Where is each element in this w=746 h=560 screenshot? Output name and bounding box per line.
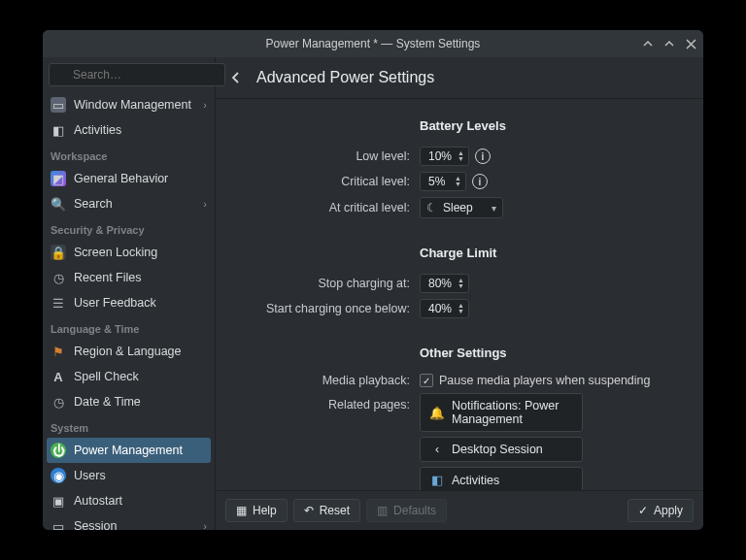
help-button[interactable]: ▦ Help — [225, 499, 288, 522]
info-icon[interactable]: i — [472, 174, 488, 189]
related-desktop-session-button[interactable]: ‹ Desktop Session — [420, 437, 583, 462]
spin-arrows-icon[interactable]: ▲▼ — [455, 176, 461, 187]
defaults-icon: ▥ — [377, 504, 388, 517]
chevron-down-icon: ▾ — [492, 203, 496, 214]
bell-icon: 🔔 — [430, 406, 444, 420]
help-icon: ▦ — [236, 504, 247, 517]
media-playback-text: Pause media players when suspending — [439, 374, 651, 387]
sidebar-item-users[interactable]: ◉ Users — [43, 463, 215, 488]
critical-level-label: Critical level: — [235, 175, 420, 188]
sidebar-item-region-language[interactable]: ⚑ Region & Language — [43, 339, 215, 364]
activities-icon: ◧ — [430, 473, 444, 487]
spin-arrows-icon[interactable]: ▲▼ — [458, 278, 464, 289]
media-playback-checkbox[interactable]: ✓ — [420, 374, 433, 387]
sidebar-item-spell-check[interactable]: A Spell Check — [43, 364, 215, 389]
content-area: Advanced Power Settings Battery Levels L… — [216, 57, 703, 530]
flag-icon: ⚑ — [51, 344, 66, 359]
critical-level-spinbox[interactable]: 5% ▲▼ — [420, 172, 466, 191]
lock-icon: 🔒 — [51, 245, 66, 260]
sidebar-item-power-management[interactable]: ⏻ Power Management — [47, 438, 211, 463]
group-system: System — [43, 414, 215, 438]
sidebar-item-search[interactable]: 🔍 Search › — [43, 191, 215, 216]
titlebar: Power Management * — System Settings — [43, 30, 703, 57]
chevron-right-icon: › — [203, 99, 207, 111]
sidebar-item-activities[interactable]: ◧ Activities — [43, 117, 215, 143]
undo-icon: ↶ — [304, 504, 314, 517]
search-input[interactable] — [49, 63, 225, 86]
autostart-icon: ▣ — [51, 493, 66, 509]
start-charging-label: Start charging once below: — [235, 302, 420, 315]
start-charging-spinbox[interactable]: 40% ▲▼ — [420, 299, 469, 318]
section-charge-limit: Charge Limit — [420, 246, 684, 260]
chevron-right-icon: › — [203, 520, 207, 530]
spin-arrows-icon[interactable]: ▲▼ — [458, 303, 464, 314]
at-critical-combo[interactable]: ☾ Sleep ▾ — [420, 197, 503, 218]
low-level-label: Low level: — [235, 149, 420, 163]
section-battery-levels: Battery Levels — [420, 118, 684, 133]
sidebar-item-recent-files[interactable]: ◷ Recent Files — [43, 265, 215, 290]
clock-icon: ◷ — [51, 270, 66, 285]
page-title: Advanced Power Settings — [256, 69, 434, 86]
footer: ▦ Help ↶ Reset ▥ Defaults ✓ Apply — [216, 490, 703, 530]
sleep-icon: ☾ — [426, 201, 437, 214]
settings-window: Power Management * — System Settings — [43, 30, 703, 530]
power-icon: ⏻ — [51, 443, 66, 458]
user-icon: ◉ — [51, 468, 66, 483]
low-level-spinbox[interactable]: 10% ▲▼ — [420, 147, 469, 166]
related-notifications-button[interactable]: 🔔 Notifications: Power Management — [420, 393, 583, 432]
related-activities-button[interactable]: ◧ Activities — [420, 467, 583, 490]
minimize-icon[interactable] — [641, 37, 655, 50]
at-critical-label: At critical level: — [235, 201, 420, 214]
group-lang: Language & Time — [43, 315, 215, 339]
sidebar-item-session[interactable]: ▭ Session › — [43, 513, 215, 530]
sidebar: ▭ Window Management › ◧ Activities Works… — [43, 57, 216, 530]
session-icon: ▭ — [51, 518, 66, 530]
group-security: Security & Privacy — [43, 216, 215, 240]
defaults-button: ▥ Defaults — [366, 499, 447, 522]
info-icon[interactable]: i — [475, 148, 491, 164]
media-playback-label: Media playback: — [235, 374, 420, 387]
sidebar-item-autostart[interactable]: ▣ Autostart — [43, 488, 215, 513]
spell-icon: A — [51, 369, 66, 384]
sidebar-item-general-behavior[interactable]: ◩ General Behavior — [43, 166, 215, 191]
activities-icon: ◧ — [51, 122, 66, 138]
window-title: Power Management * — System Settings — [266, 37, 481, 50]
close-icon[interactable] — [684, 37, 697, 50]
stop-charging-label: Stop charging at: — [235, 277, 420, 290]
sidebar-item-window-management[interactable]: ▭ Window Management › — [43, 92, 215, 117]
spin-arrows-icon[interactable]: ▲▼ — [458, 150, 464, 162]
chevron-left-icon: ‹ — [430, 443, 444, 456]
feedback-icon: ☰ — [51, 295, 66, 311]
clock-icon: ◷ — [51, 394, 66, 410]
maximize-icon[interactable] — [662, 37, 676, 50]
apply-button[interactable]: ✓ Apply — [627, 499, 694, 522]
sidebar-item-date-time[interactable]: ◷ Date & Time — [43, 389, 215, 414]
check-icon: ✓ — [638, 504, 648, 517]
related-pages-label: Related pages: — [235, 393, 420, 412]
sidebar-scroll[interactable]: ▭ Window Management › ◧ Activities Works… — [43, 92, 215, 530]
window-icon: ▭ — [51, 97, 66, 113]
behavior-icon: ◩ — [51, 171, 66, 186]
sidebar-item-screen-locking[interactable]: 🔒 Screen Locking — [43, 240, 215, 265]
chevron-right-icon: › — [203, 198, 207, 210]
search-cat-icon: 🔍 — [51, 196, 66, 212]
group-workspace: Workspace — [43, 143, 215, 166]
back-button[interactable] — [225, 67, 247, 88]
reset-button[interactable]: ↶ Reset — [293, 499, 360, 522]
sidebar-item-user-feedback[interactable]: ☰ User Feedback — [43, 290, 215, 315]
section-other-settings: Other Settings — [420, 346, 684, 360]
stop-charging-spinbox[interactable]: 80% ▲▼ — [420, 274, 469, 293]
